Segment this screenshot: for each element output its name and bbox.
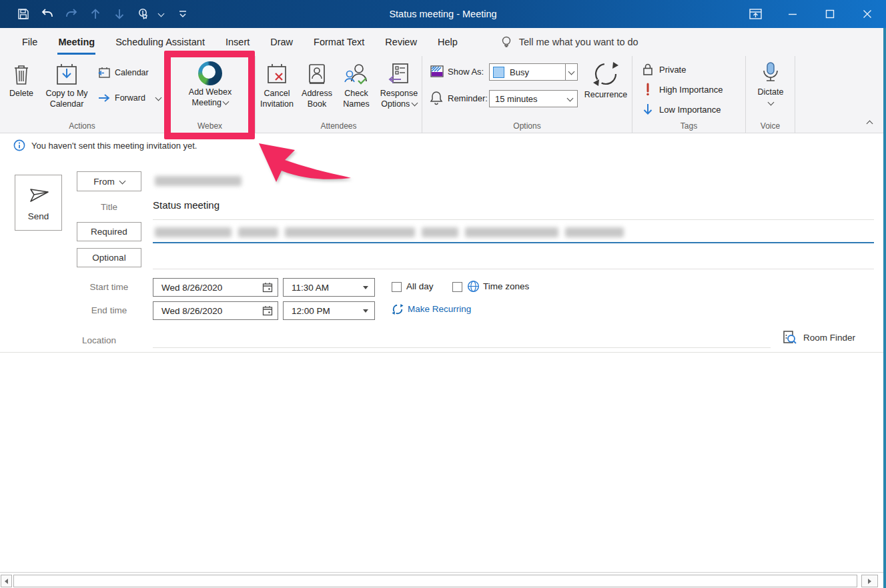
touch-mode-chevron-icon[interactable]	[158, 10, 165, 17]
from-button[interactable]: From	[77, 171, 141, 191]
tell-me-search[interactable]: Tell me what you want to do	[500, 35, 638, 49]
high-importance-button[interactable]: High Importance	[642, 83, 723, 96]
chevron-down-icon	[568, 68, 575, 75]
redacted-attendee	[422, 227, 458, 237]
dropdown-arrow-icon	[363, 286, 368, 289]
optional-field-underline	[153, 269, 874, 269]
dictate-microphone-icon	[760, 60, 781, 87]
group-label-attendees: Attendees	[256, 121, 422, 131]
ribbon-group-actions: Delete Copy to My Calendar Calendar Forw…	[0, 56, 165, 133]
location-field-underline[interactable]	[153, 347, 771, 348]
forward-arrow-icon	[97, 93, 111, 103]
redo-icon[interactable]	[63, 5, 80, 23]
window-controls	[737, 0, 886, 28]
required-button[interactable]: Required	[77, 222, 141, 241]
maximize-button[interactable]	[811, 0, 849, 28]
send-button[interactable]: Send	[15, 175, 62, 231]
collapse-ribbon-button[interactable]	[863, 118, 875, 127]
end-time-dropdown[interactable]: 12:00 PM	[283, 301, 375, 320]
lock-icon	[642, 63, 654, 76]
make-recurring-link[interactable]: Make Recurring	[408, 304, 471, 314]
touch-mouse-mode-icon[interactable]	[135, 5, 152, 23]
horizontal-scrollbar[interactable]	[0, 572, 886, 588]
date-picker-icon	[262, 282, 273, 293]
move-up-icon[interactable]	[87, 5, 104, 23]
title-field-underline	[153, 219, 874, 220]
customize-qat-icon[interactable]	[174, 5, 191, 23]
save-icon[interactable]	[15, 5, 32, 23]
calendar-icon	[97, 67, 111, 79]
response-options-icon	[388, 61, 410, 88]
reminder-bell-icon	[430, 91, 443, 105]
ribbon-group-voice: Dictate Voice	[746, 56, 795, 133]
tab-format-text[interactable]: Format Text	[313, 30, 365, 55]
dictate-button[interactable]: Dictate	[746, 60, 795, 106]
title-field-value[interactable]: Status meeting	[153, 199, 219, 211]
redacted-attendee	[285, 227, 415, 237]
tab-review[interactable]: Review	[384, 30, 418, 55]
ribbon-group-tags: Private High Importance Low Importance T…	[632, 56, 746, 133]
date-picker-icon	[262, 305, 273, 316]
scroll-left-button[interactable]	[1, 575, 12, 587]
required-field-underline	[153, 242, 874, 243]
calendar-button[interactable]: Calendar	[97, 67, 149, 79]
move-down-icon[interactable]	[111, 5, 128, 23]
title-bar: Status meeting - Meeting	[0, 0, 886, 28]
delete-button[interactable]: Delete	[5, 61, 37, 99]
show-as-label: Show As:	[448, 67, 484, 77]
window-right-edge	[883, 28, 886, 588]
copy-to-calendar-icon	[55, 61, 79, 88]
recurrence-button[interactable]: Recurrence	[581, 59, 630, 100]
location-label: Location	[67, 335, 131, 345]
scroll-right-button[interactable]	[861, 575, 878, 587]
redacted-from-address	[155, 176, 242, 186]
from-chevron-icon	[119, 177, 125, 184]
reminder-combo[interactable]: 15 minutes	[489, 90, 578, 107]
low-importance-button[interactable]: Low Importance	[642, 103, 721, 116]
room-finder-button[interactable]: Room Finder	[783, 330, 855, 345]
busy-status-swatch	[493, 67, 504, 78]
tab-draw[interactable]: Draw	[270, 30, 294, 55]
tab-file[interactable]: File	[21, 30, 38, 55]
group-label-options: Options	[422, 121, 632, 131]
minimize-button[interactable]	[774, 0, 811, 28]
ribbon-tab-row: File Meeting Scheduling Assistant Insert…	[0, 28, 886, 56]
check-names-icon	[344, 61, 369, 88]
tab-help[interactable]: Help	[437, 30, 458, 55]
cancel-invitation-button[interactable]: Cancel Invitation	[257, 61, 297, 109]
info-message: You haven't sent this meeting invitation…	[31, 141, 197, 151]
title-field-label: Title	[77, 202, 141, 212]
meeting-form: You haven't sent this meeting invitation…	[0, 133, 886, 572]
outlook-meeting-window: Status meeting - Meeting File Meeting Sc…	[0, 0, 886, 588]
close-button[interactable]	[849, 0, 886, 28]
end-date-picker[interactable]: Wed 8/26/2020	[153, 301, 278, 320]
forward-button[interactable]: Forward	[97, 93, 161, 103]
end-time-label: End time	[77, 305, 141, 315]
ribbon-filler	[795, 56, 886, 133]
show-as-dropdown-button[interactable]	[565, 63, 578, 81]
undo-icon[interactable]	[39, 5, 56, 23]
check-names-button[interactable]: Check Names	[337, 61, 376, 109]
forward-chevron-icon[interactable]	[155, 94, 161, 101]
start-time-dropdown[interactable]: 11:30 AM	[283, 278, 375, 297]
info-bar: You haven't sent this meeting invitation…	[13, 139, 197, 151]
scrollbar-thumb[interactable]	[13, 575, 857, 587]
start-date-picker[interactable]: Wed 8/26/2020	[153, 278, 278, 297]
optional-button[interactable]: Optional	[77, 248, 141, 267]
low-importance-icon	[642, 103, 654, 116]
copy-to-my-calendar-button[interactable]: Copy to My Calendar	[37, 61, 96, 109]
ribbon-display-options-button[interactable]	[737, 0, 774, 28]
show-as-combo[interactable]: Busy	[489, 63, 566, 81]
delete-icon	[12, 61, 31, 88]
highlight-box	[164, 51, 255, 139]
ribbon-group-attendees: Cancel Invitation Address Book Check Nam…	[256, 56, 422, 133]
tab-meeting[interactable]: Meeting	[57, 30, 95, 55]
address-book-button[interactable]: Address Book	[298, 61, 336, 109]
response-options-button[interactable]: Response Options	[377, 61, 421, 109]
all-day-checkbox[interactable]	[392, 282, 402, 292]
info-icon	[13, 139, 25, 151]
start-time-label: Start time	[77, 282, 141, 292]
reminder-label: Reminder:	[448, 93, 488, 103]
private-button[interactable]: Private	[642, 63, 686, 76]
time-zones-checkbox[interactable]	[452, 282, 462, 292]
